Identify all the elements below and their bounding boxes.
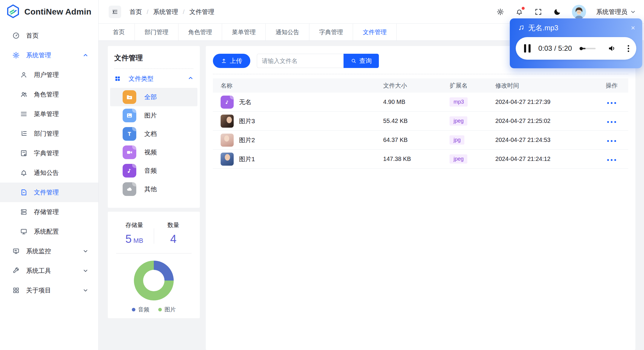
sidebar-item-label: 部门管理 [34,129,98,138]
sidebar-item-label: 系统管理 [26,51,77,59]
ext-badge: jpeg [450,154,467,164]
tab-department[interactable]: 部门管理 [135,24,178,40]
file-type-image[interactable]: 图片 [110,106,197,125]
legend-dot [132,308,135,311]
sidebar-item-label: 文件管理 [34,188,98,197]
file-name[interactable]: 无名 [239,98,251,106]
sidebar-item-system-tools[interactable]: 系统工具 [0,261,98,281]
sidebar-item-storage-management[interactable]: 存储管理 [0,202,98,222]
chevron-down-icon [83,268,88,273]
sidebar-item-label: 通知公告 [34,169,98,177]
tab-role[interactable]: 角色管理 [178,24,222,40]
image-thumbnail [221,153,234,166]
column-header-name: 名称 [213,82,383,90]
panel-title: 文件管理 [114,53,193,63]
tab-notice[interactable]: 通知公告 [266,24,309,40]
sidebar-item-home[interactable]: 首页 [0,26,98,45]
file-list-panel: 上传 查询 名称 文件大小 扩展名 修改时间 操作 [206,46,635,350]
table-row[interactable]: 图片2 64.37 KB jpg 2024-04-27 21:24:53 [213,131,628,150]
row-actions-button[interactable] [605,100,618,106]
player-header: 无名.mp3 × [510,18,642,33]
row-actions-button[interactable] [605,119,618,125]
tab-home[interactable]: 首页 [103,24,135,40]
search-input[interactable] [257,54,344,68]
count-value: 4 [154,233,193,246]
more-options-icon[interactable] [625,44,632,53]
sidebar-item-label: 角色管理 [34,90,98,99]
tab-file-management[interactable]: 文件管理 [353,24,397,40]
row-actions-button[interactable] [605,138,618,144]
file-type-label: 图片 [144,111,157,120]
sidebar-item-system-monitor[interactable]: 系统监控 [0,241,98,261]
close-icon[interactable]: × [631,24,635,31]
user-avatar[interactable] [572,5,586,19]
seek-bar[interactable] [580,48,596,49]
tab-dict[interactable]: 字典管理 [309,24,353,40]
storage-donut [134,261,174,300]
sidebar-item-role-management[interactable]: 角色管理 [0,85,98,104]
chevron-down-icon [83,248,88,254]
sidebar-item-system-management[interactable]: 系统管理 [0,45,98,65]
file-name[interactable]: 图片1 [239,155,255,163]
table-row[interactable]: 图片1 147.38 KB jpeg 2024-04-27 21:24:12 [213,150,628,169]
notification-bell-icon[interactable] [515,7,524,16]
column-header-time: 修改时间 [495,82,595,90]
file-type-label: 全部 [144,93,157,101]
table-row[interactable]: 无名 4.90 MB mp3 2024-04-27 21:27:39 [213,93,628,112]
brand-title: ContiNew Admin [24,7,91,17]
document-file-icon [123,127,136,141]
file-type-panel: 文件管理 文件类型 全部 图片 文档 视频 [108,46,200,208]
fullscreen-icon[interactable] [534,7,543,16]
user-menu[interactable]: 系统管理员 [596,8,636,16]
sidebar-item-dict-management[interactable]: 字典管理 [0,143,98,163]
tab-menu[interactable]: 菜单管理 [222,24,266,40]
chevron-down-icon [630,9,636,15]
audio-file-icon [123,164,136,178]
ext-badge: jpg [450,135,464,145]
file-name[interactable]: 图片3 [239,117,255,125]
brand[interactable]: ContiNew Admin [0,0,98,24]
cloud-file-icon [123,182,136,196]
sidebar-item-system-config[interactable]: 系统配置 [0,222,98,241]
volume-icon[interactable] [607,44,616,53]
sidebar-item-label: 系统配置 [34,227,98,236]
file-type-other[interactable]: 其他 [110,180,197,198]
ext-badge: jpeg [450,116,467,126]
breadcrumb-item-home[interactable]: 首页 [129,8,142,16]
seek-bar-knob[interactable] [580,47,583,50]
sidebar-collapse-button[interactable] [109,6,121,18]
dark-mode-moon-icon[interactable] [553,7,562,16]
count-stat: 数量 4 [154,221,193,246]
sidebar-item-user-management[interactable]: 用户管理 [0,65,98,85]
pause-button[interactable] [524,44,531,53]
storage-label: 存储量 [115,221,154,229]
sidebar-item-notice[interactable]: 通知公告 [0,163,98,183]
row-actions-button[interactable] [605,157,618,163]
sidebar-item-label: 系统工具 [26,267,77,275]
query-button[interactable]: 查询 [344,54,379,68]
breadcrumb-separator: / [147,8,148,15]
sidebar-item-label: 字典管理 [34,149,98,157]
sidebar-item-department-management[interactable]: 部门管理 [0,124,98,143]
table-row[interactable]: 图片3 55.42 KB jpeg 2024-04-27 21:25:02 [213,112,628,131]
breadcrumb-item-system[interactable]: 系统管理 [153,8,178,16]
sidebar-item-menu-management[interactable]: 菜单管理 [0,104,98,124]
tabs-left-pad [99,24,103,40]
modified-time: 2024-04-27 21:24:53 [495,137,595,143]
modified-time: 2024-04-27 21:24:12 [495,156,595,162]
file-name[interactable]: 图片2 [239,136,255,144]
file-type-all[interactable]: 全部 [110,88,197,106]
sidebar-item-about-project[interactable]: 关于项目 [0,281,98,300]
table-header: 名称 文件大小 扩展名 修改时间 操作 [213,78,628,93]
file-type-group-toggle[interactable]: 文件类型 [114,70,193,87]
legend-item-audio[interactable]: 音频 [132,306,149,313]
file-type-video[interactable]: 视频 [110,143,197,161]
file-type-audio[interactable]: 音频 [110,161,197,180]
upload-button[interactable]: 上传 [213,54,250,68]
sidebar-item-file-management[interactable]: 文件管理 [0,183,98,202]
settings-gear-icon[interactable] [496,7,505,16]
file-type-document[interactable]: 文档 [110,125,197,143]
video-file-icon [123,145,136,159]
modified-time: 2024-04-27 21:27:39 [495,99,595,105]
legend-item-image[interactable]: 图片 [158,306,176,313]
